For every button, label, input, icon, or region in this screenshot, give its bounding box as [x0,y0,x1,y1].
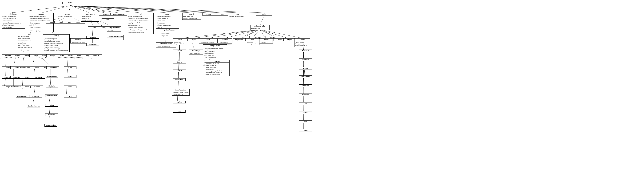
svg-line-95 [67,69,68,75]
stonemine-title: StoneMine [86,43,99,46]
resourcespot-box: ResourceSpot +type: Resource +capacity: … [81,13,99,22]
transportboat-box: TransportBoat [46,75,58,78]
trade-title: Trade [299,129,312,132]
attackmove-title: AttackMove [173,78,186,81]
goldmine-title: GoldMine [86,36,99,38]
heal-box: Heal +rate: float +reload_time: float [246,38,260,45]
transportboat-title: TransportBoat [46,75,58,78]
flee-box: Flee [173,110,186,113]
convert-title: Convert [218,38,232,41]
formformation-body: +formations: set(Formation) +subformatio… [172,91,190,96]
projectile-title: Projectile [205,60,230,62]
svg-line-87 [42,58,51,66]
svg-line-58 [303,45,304,112]
trade-box: Trade [299,129,312,132]
creatable-body: +name: LanguageDescription +description:… [28,15,54,32]
firegalley-box: FireGalley [46,85,58,88]
convert-body: +units: set(Unit) [218,41,232,43]
sound-body: +play_delay: float +sounds: orderedset(I… [182,15,200,20]
bird-title: Bird [64,95,76,98]
tradeboat-title: TradeBoat [46,114,58,116]
battleelephant-box: BattleElephant [16,95,29,98]
creatable-title: Creatable [28,13,54,15]
item-box: Item [102,18,114,21]
shepard-box: Shepard [299,111,312,114]
svg-line-7 [70,6,140,13]
cavalryarcher-box: CavalryArcher [19,66,32,69]
svg-line-72 [6,58,6,66]
galley-title: Galley [46,104,58,106]
entity-box: Entity [62,2,78,4]
svg-line-82 [33,58,34,66]
lumberjack-box: Lumberjack [299,76,312,78]
patch-title: Patch [215,13,228,15]
unit-box: Unit +idle_animation: file +dying_animat… [17,33,42,52]
svg-line-13 [70,6,264,13]
deer-title: Deer [64,75,76,78]
knight-title: Knight [21,76,34,78]
mod-body: +patches: orderedset(Patch) [228,15,247,18]
move-title: Move [173,38,187,41]
svg-line-53 [303,45,304,67]
svg-line-74 [4,78,6,86]
terrain-title: Terrain [156,13,179,15]
formformation-box: FormFormation +formations: set(Formation… [172,89,190,96]
unit-body: +idle_animation: file +dying_animation: … [17,35,42,52]
svg-line-78 [23,58,24,66]
convert-box: Convert +units: set(Unit) [218,38,232,44]
attack-body: +damage: int [260,41,272,43]
diagram-container: Entity Civilization +name: LanguageStrin… [0,0,644,196]
follow-title: Convert [174,61,186,63]
minestone-title: MineStone [299,58,312,61]
deepfish-title: DeepFish [299,94,312,96]
svg-line-4 [70,6,105,13]
bonus-box: Bonus [202,13,215,16]
cannongalley-box: CannonGalley [44,124,57,126]
languagestring-body: +en: text [107,29,121,31]
svg-line-48 [192,43,194,50]
svg-line-47 [177,43,180,110]
svg-line-27 [260,16,264,26]
languagestring-title: LanguageString [107,26,121,29]
languagestring-box: LanguageString +en: text [107,26,121,32]
patrol-title: Patrol [174,70,186,72]
civilization-body: +name: LanguageString +buildings: set(Bu… [2,15,25,28]
move-body: +speed: float +turn_speed: float [173,41,187,45]
follow-box: Convert [173,61,186,64]
build-title: Build [199,38,218,41]
bombardcannon-box: BombardCannon [27,105,40,108]
terrainambient-box: TerrainAmbient +object: Ambient +density… [160,30,178,38]
manganel-box: Manganel [32,76,45,79]
tradecart-box: TradeCart [90,54,102,57]
civilization-title: Civilization [2,13,25,15]
scorpion-box: Scorpion [30,86,43,88]
gather-box: Gather +type: Resource +carry_capacity: … [294,38,310,47]
languagedescription-title: LanguageDescription [107,35,124,38]
languageobject-box: LanguageObject [110,13,127,16]
svg-line-1 [42,6,70,13]
resource-title: Resource [58,13,76,15]
formformation-title: FormFormation [172,89,190,91]
building-body: +construction_site: file +snow_graphic: … [43,37,70,52]
tradeboat-box: TradeBoat [45,114,58,116]
resource-box: Resource +name: LanguageString [58,13,77,18]
svg-line-11 [70,6,222,13]
goldmine-box: GoldMine [86,36,99,39]
attack-box: Attack +damage: int [260,38,273,44]
guard-box: Guard [173,50,186,52]
svg-line-75 [14,58,16,66]
trebuchet-box: Trebuchet [29,95,42,98]
languagedescription-box: LanguageDescription +en: file [107,35,124,40]
repairsiege-body: +units: set(Siege) [189,52,203,54]
repairsiege-title: RepairSiege [189,50,203,52]
tech-box: Tech +name: LanguageString +description:… [127,13,154,34]
rangedattack-title: RangedAttack [203,44,227,47]
heal-title: Heal [246,38,259,41]
svg-line-3 [70,6,90,13]
patch-box: Patch [215,13,228,16]
bombardcannon-title: BombardCannon [27,105,40,107]
svg-line-32 [192,30,260,38]
svg-line-10 [70,6,208,13]
svg-line-28 [245,30,260,37]
svg-line-9 [70,6,191,13]
